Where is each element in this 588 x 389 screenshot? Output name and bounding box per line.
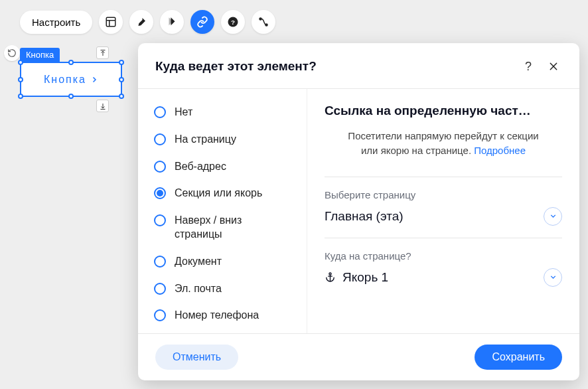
resize-handle[interactable] xyxy=(119,77,124,82)
select-page-field: Выберите страницу Главная (эта) xyxy=(325,177,562,238)
radio-icon xyxy=(154,106,166,118)
link-details-panel: Ссылка на определенную част… Посетители … xyxy=(307,89,579,333)
anchor-select-value: Якорь 1 xyxy=(325,270,388,285)
resize-handle[interactable] xyxy=(18,60,23,65)
radio-icon xyxy=(154,214,166,226)
selected-element-text: Кнопка xyxy=(44,74,86,86)
radio-label: Номер телефона xyxy=(175,309,259,323)
radio-label: На страницу xyxy=(175,133,236,147)
toolbar: Настроить ? xyxy=(20,10,275,34)
radio-icon xyxy=(154,187,166,199)
chevron-right-icon xyxy=(90,76,98,84)
page-select[interactable]: Главная (эта) xyxy=(325,207,562,232)
undo-history-icon[interactable] xyxy=(4,45,20,61)
radio-label: Эл. почта xyxy=(175,282,222,296)
radio-icon xyxy=(154,133,166,145)
selected-element[interactable]: Кнопка xyxy=(20,62,122,97)
anchor-icon xyxy=(325,272,336,283)
radio-label: Наверх / вниз страницы xyxy=(175,214,291,242)
chevron-down-icon xyxy=(544,268,562,287)
radio-label: Документ xyxy=(175,255,222,269)
resize-handle[interactable] xyxy=(119,94,124,99)
link-dialog: Куда ведет этот элемент? ? Нет На страни… xyxy=(138,43,579,380)
field-label: Выберите страницу xyxy=(325,189,562,200)
dialog-help-icon[interactable]: ? xyxy=(520,58,537,75)
field-label: Куда на странице? xyxy=(325,250,562,262)
link-option-topbottom[interactable]: Наверх / вниз страницы xyxy=(147,209,297,246)
link-option-phone[interactable]: Номер телефона xyxy=(147,304,297,327)
customize-button[interactable]: Настроить xyxy=(20,11,92,34)
resize-handle[interactable] xyxy=(18,77,23,82)
panel-description: Посетители напрямую перейдут к секции ил… xyxy=(325,129,562,158)
link-option-email[interactable]: Эл. почта xyxy=(147,277,297,301)
design-brush-icon[interactable] xyxy=(129,10,153,34)
dialog-body: Нет На страницу Веб-адрес Секция или яко… xyxy=(138,89,579,333)
cancel-button[interactable]: Отменить xyxy=(155,345,238,370)
radio-label: Веб-адрес xyxy=(175,160,226,174)
page-select-value: Главная (эта) xyxy=(325,209,404,224)
selection-tag: Кнопка xyxy=(20,48,60,62)
dialog-title: Куда ведет этот элемент? xyxy=(155,59,512,74)
stretch-down-icon[interactable] xyxy=(96,100,109,112)
chevron-down-icon xyxy=(544,207,562,226)
link-option-web[interactable]: Веб-адрес xyxy=(147,155,297,179)
desc-line-2: или якорю на странице. xyxy=(361,145,474,156)
desc-line-1: Посетители напрямую перейдут к секции xyxy=(348,130,538,141)
dialog-header: Куда ведет этот элемент? ? xyxy=(138,43,579,89)
radio-icon xyxy=(154,309,166,321)
radio-label: Секция или якорь xyxy=(175,187,262,200)
link-option-section[interactable]: Секция или якорь xyxy=(147,182,297,205)
close-icon[interactable] xyxy=(545,58,562,75)
link-option-document[interactable]: Документ xyxy=(147,250,297,273)
svg-text:?: ? xyxy=(231,19,235,26)
link-icon[interactable] xyxy=(190,10,214,34)
select-anchor-field: Куда на странице? Якорь 1 xyxy=(325,238,562,299)
save-button[interactable]: Сохранить xyxy=(475,345,562,370)
svg-point-5 xyxy=(259,18,261,20)
dialog-footer: Отменить Сохранить xyxy=(138,333,579,380)
animation-icon[interactable] xyxy=(160,10,184,34)
resize-handle[interactable] xyxy=(119,60,124,65)
help-icon[interactable]: ? xyxy=(221,10,245,34)
layout-icon[interactable] xyxy=(99,10,123,34)
radio-icon xyxy=(154,161,166,173)
anchor-select[interactable]: Якорь 1 xyxy=(325,268,562,293)
radio-label: Нет xyxy=(175,106,192,119)
stretch-up-icon[interactable] xyxy=(96,46,109,59)
flow-icon[interactable] xyxy=(252,10,275,34)
resize-handle[interactable] xyxy=(68,94,74,99)
link-option-page[interactable]: На страницу xyxy=(147,128,297,151)
resize-handle[interactable] xyxy=(18,94,23,99)
link-option-none[interactable]: Нет xyxy=(147,101,297,124)
link-type-list: Нет На страницу Веб-адрес Секция или яко… xyxy=(138,89,307,333)
learn-more-link[interactable]: Подробнее xyxy=(474,145,526,156)
panel-title: Ссылка на определенную част… xyxy=(325,104,562,118)
svg-rect-0 xyxy=(107,17,116,27)
anchor-value-text: Якорь 1 xyxy=(342,270,388,285)
radio-icon xyxy=(154,256,166,268)
radio-icon xyxy=(154,283,166,295)
resize-handle[interactable] xyxy=(68,60,74,65)
